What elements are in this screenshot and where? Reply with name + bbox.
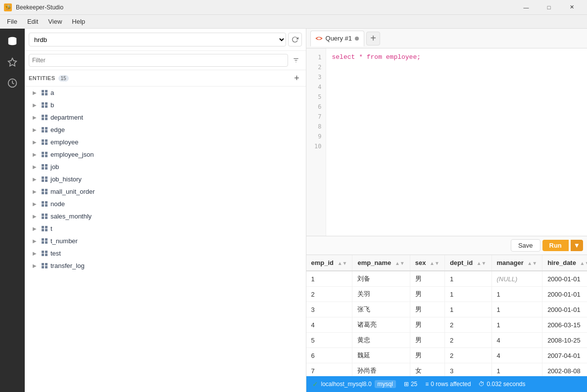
table-cell: 张飞: [352, 302, 410, 317]
database-select[interactable]: hrdb: [29, 33, 286, 46]
table-name: department: [50, 114, 83, 121]
table-chevron-icon: ▶: [33, 251, 39, 256]
filter-options-icon[interactable]: [290, 54, 302, 66]
table-item[interactable]: ▶ employee_json: [25, 148, 306, 161]
table-cell: 2: [444, 333, 491, 348]
table-name: a: [50, 89, 54, 96]
menu-edit[interactable]: Edit: [22, 16, 43, 27]
save-button[interactable]: Save: [511, 239, 540, 252]
menu-file[interactable]: File: [2, 16, 22, 27]
table-row[interactable]: 1刘备男1(NULL)2000-01-01130000.0010000.00li…: [306, 271, 587, 287]
menu-view[interactable]: View: [43, 16, 67, 27]
table-cell: 1: [491, 302, 542, 317]
table-cell: 诸葛亮: [352, 317, 410, 333]
time-icon: ⏱: [479, 381, 485, 388]
column-header[interactable]: dept_id ▲▼: [444, 255, 491, 271]
table-item[interactable]: ▶ b: [25, 99, 306, 111]
query-tabs: <> Query #1 +: [306, 29, 587, 48]
table-row[interactable]: 3张飞男112000-01-01224000.0010000.00zhangfe…: [306, 302, 587, 317]
table-list: ▶ a ▶ b ▶ department ▶: [25, 87, 306, 392]
nav-favorites-icon[interactable]: [2, 52, 22, 72]
line-number: 3: [318, 72, 321, 82]
table-item[interactable]: ▶ employee: [25, 136, 306, 148]
maximize-button[interactable]: □: [538, 0, 560, 15]
table-item[interactable]: ▶ test: [25, 247, 306, 260]
rows-affected: 0 rows affected: [431, 381, 471, 388]
add-tab-button[interactable]: +: [366, 32, 380, 45]
kw-select: select: [332, 53, 355, 61]
table-name: mall_unit_order: [50, 188, 95, 195]
kw-table: employee;: [386, 53, 421, 61]
sort-icon: ▲▼: [580, 261, 587, 266]
window-controls: — □ ✕: [515, 0, 583, 15]
table-grid-icon: [42, 226, 48, 232]
column-header[interactable]: sex ▲▼: [410, 255, 444, 271]
table-cell: 2: [444, 348, 491, 363]
rows-count: 25: [411, 381, 417, 388]
main-layout: hrdb ENTITIES 15 + ▶ a: [0, 29, 587, 392]
filter-input[interactable]: [29, 54, 288, 67]
table-item[interactable]: ▶ t: [25, 222, 306, 235]
table-item[interactable]: ▶ a: [25, 87, 306, 99]
table-cell: 男: [410, 302, 444, 317]
table-item[interactable]: ▶ job: [25, 161, 306, 173]
table-item[interactable]: ▶ job_history: [25, 173, 306, 185]
table-item[interactable]: ▶ edge: [25, 124, 306, 136]
line-number: 10: [314, 141, 321, 151]
table-row[interactable]: 6魏延男242007-04-0147500.00(NULL)weiyan@shu…: [306, 348, 587, 363]
status-info: ⊞ 25 ≡ 0 rows affected ⏱ 0.032 seconds: [404, 381, 526, 388]
table-item[interactable]: ▶ transfer_log: [25, 260, 306, 272]
table-row[interactable]: 2关羽男112000-01-01226000.0010000.00guanyu@…: [306, 287, 587, 302]
column-header[interactable]: hire_date ▲▼: [542, 255, 587, 271]
table-row[interactable]: 4诸葛亮男212006-03-15324000.008000.00zhugeli…: [306, 317, 587, 333]
menubar: File Edit View Help: [0, 15, 587, 29]
table-cell: 男: [410, 333, 444, 348]
query-tab-1[interactable]: <> Query #1: [310, 31, 365, 46]
line-number: 4: [318, 82, 321, 92]
table-cell: 2000-01-01: [542, 287, 587, 302]
line-number: 1: [318, 52, 321, 62]
table-item[interactable]: ▶ t_number: [25, 235, 306, 247]
column-header[interactable]: manager ▲▼: [491, 255, 542, 271]
table-item[interactable]: ▶ department: [25, 111, 306, 124]
table-cell: 3: [444, 363, 491, 377]
table-row[interactable]: 7孙尚香女312002-08-08512000.005000.00sunshan…: [306, 363, 587, 377]
refresh-button[interactable]: [288, 33, 302, 46]
connection-status: ✓ localhost_mysql8.0 mysql: [312, 380, 396, 388]
table-row[interactable]: 5黄忠男242008-10-2548000.00(NULL)huangzhong…: [306, 333, 587, 348]
table-cell: 1: [306, 271, 352, 287]
table-cell: 刘备: [352, 271, 410, 287]
table-grid-icon: [42, 251, 48, 257]
table-chevron-icon: ▶: [33, 127, 39, 132]
editor-toolbar: Save Run ▼: [306, 236, 587, 255]
close-button[interactable]: ✕: [560, 0, 583, 15]
table-chevron-icon: ▶: [33, 226, 39, 231]
column-header[interactable]: emp_id ▲▼: [306, 255, 352, 271]
nav-database-icon[interactable]: [2, 32, 22, 51]
query-tab-label: Query #1: [326, 35, 352, 42]
nav-history-icon[interactable]: [2, 73, 22, 93]
entities-count: 15: [58, 75, 69, 82]
menu-help[interactable]: Help: [67, 16, 90, 27]
sidebar-nav: [0, 29, 25, 392]
run-dropdown-button[interactable]: ▼: [571, 240, 583, 251]
table-cell: 6: [306, 348, 352, 363]
table-chevron-icon: ▶: [33, 102, 39, 108]
column-header[interactable]: emp_name ▲▼: [352, 255, 410, 271]
table-item[interactable]: ▶ sales_monthly: [25, 210, 306, 222]
sort-icon: ▲▼: [430, 261, 440, 266]
minimize-button[interactable]: —: [515, 0, 538, 15]
add-entity-button[interactable]: +: [292, 73, 302, 83]
sort-icon: ▲▼: [527, 261, 537, 266]
table-item[interactable]: ▶ node: [25, 198, 306, 210]
run-button[interactable]: Run: [542, 240, 569, 251]
table-grid-icon: [42, 164, 48, 170]
code-content[interactable]: select * from employee;: [326, 48, 587, 236]
table-item[interactable]: ▶ mall_unit_order: [25, 185, 306, 198]
table-cell: 2: [306, 287, 352, 302]
table-chevron-icon: ▶: [33, 90, 39, 95]
table-cell: 孙尚香: [352, 363, 410, 377]
table-icon: ⊞: [404, 381, 409, 388]
table-chevron-icon: ▶: [33, 263, 39, 268]
results-area[interactable]: emp_id ▲▼emp_name ▲▼sex ▲▼dept_id ▲▼mana…: [306, 255, 587, 376]
